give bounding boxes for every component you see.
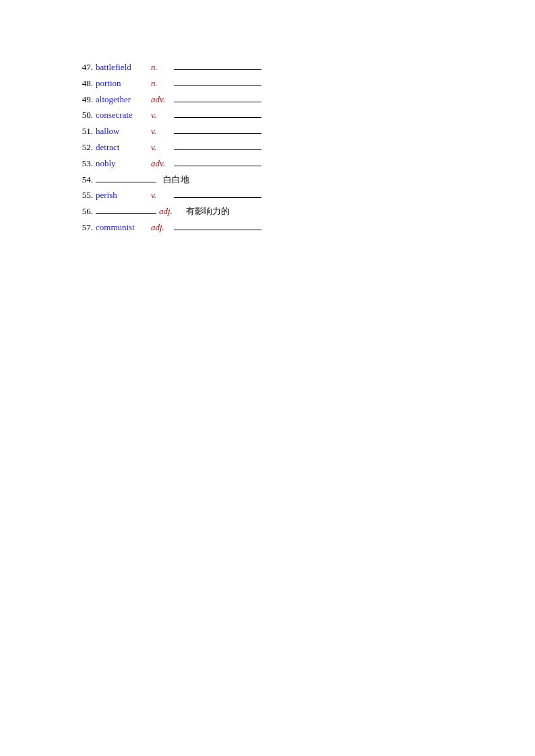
- item-word: altogether: [96, 93, 150, 107]
- item-pos: adj.: [159, 205, 178, 219]
- item-number: 48.: [74, 77, 93, 91]
- list-item: 47. battlefield n.: [74, 61, 535, 75]
- list-item: 52. detract v.: [74, 141, 535, 155]
- item-number: 51.: [74, 125, 93, 139]
- answer-blank[interactable]: [174, 221, 261, 230]
- item-number: 49.: [74, 93, 93, 107]
- answer-blank[interactable]: [174, 125, 261, 134]
- item-word: consecrate: [96, 108, 150, 123]
- item-number: 50.: [74, 108, 93, 123]
- item-word: perish: [96, 188, 150, 203]
- item-number: 53.: [74, 157, 93, 171]
- item-word: portion: [96, 77, 150, 91]
- item-pos: v.: [151, 108, 170, 123]
- item-word: hallow: [96, 125, 150, 139]
- item-word: detract: [96, 141, 150, 155]
- main-content: 47. battlefield n. 48. portion n. 49. al…: [0, 0, 535, 235]
- list-item: 51. hallow v.: [74, 125, 535, 139]
- list-item: 57. communist adj.: [74, 221, 535, 235]
- answer-blank[interactable]: [174, 188, 261, 198]
- item-pos: v.: [151, 141, 170, 155]
- answer-blank-prefix[interactable]: [96, 173, 156, 182]
- item-pos: v.: [151, 125, 170, 139]
- item-pos: n.: [151, 61, 170, 75]
- item-number: 57.: [74, 221, 93, 235]
- item-word: battlefield: [96, 61, 150, 75]
- item-number: 54.: [74, 173, 93, 187]
- answer-blank[interactable]: [174, 157, 261, 166]
- list-item: 56. adj. 有影响力的: [74, 205, 535, 219]
- item-number: 47.: [74, 61, 93, 75]
- item-word: communist: [96, 221, 150, 235]
- item-pos: adj.: [151, 221, 170, 235]
- answer-blank-prefix[interactable]: [96, 205, 156, 214]
- item-number: 55.: [74, 188, 93, 203]
- item-pos: adv.: [151, 93, 170, 107]
- list-item: 49. altogether adv.: [74, 93, 535, 107]
- answer-blank[interactable]: [174, 61, 261, 70]
- item-word: nobly: [96, 157, 150, 171]
- list-item: 48. portion n.: [74, 77, 535, 91]
- list-item: 53. nobly adv.: [74, 157, 535, 171]
- answer-blank[interactable]: [174, 77, 261, 86]
- answer-blank[interactable]: [174, 108, 261, 118]
- item-pos: adv.: [151, 157, 170, 171]
- item-number: 52.: [74, 141, 93, 155]
- item-pos: n.: [151, 77, 170, 91]
- list-item: 55. perish v.: [74, 188, 535, 203]
- list-item: 54. 白白地: [74, 173, 535, 187]
- vocabulary-list: 47. battlefield n. 48. portion n. 49. al…: [74, 61, 535, 235]
- list-item: 50. consecrate v.: [74, 108, 535, 123]
- answer-blank[interactable]: [174, 141, 261, 150]
- answer-blank[interactable]: [174, 93, 261, 102]
- item-hint: 有影响力的: [186, 205, 230, 219]
- item-hint: 白白地: [163, 173, 189, 187]
- item-pos: v.: [151, 188, 170, 203]
- item-number: 56.: [74, 205, 93, 219]
